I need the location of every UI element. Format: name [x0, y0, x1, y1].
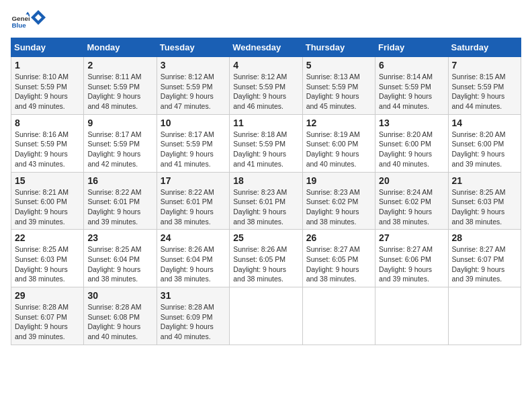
day-info: Sunrise: 8:25 AMSunset: 6:03 PMDaylight:… [452, 188, 506, 226]
calendar-cell: 4 Sunrise: 8:12 AMSunset: 5:59 PMDayligh… [230, 57, 302, 115]
day-info: Sunrise: 8:28 AMSunset: 6:09 PMDaylight:… [161, 303, 214, 340]
day-number: 16 [87, 175, 152, 186]
day-info: Sunrise: 8:23 AMSunset: 6:01 PMDaylight:… [233, 188, 287, 226]
day-number: 20 [379, 175, 444, 186]
weekday-header-monday: Monday [84, 38, 157, 57]
day-number: 10 [161, 118, 226, 128]
day-info: Sunrise: 8:16 AMSunset: 5:59 PMDaylight:… [15, 130, 69, 168]
day-number: 29 [15, 290, 80, 301]
calendar-cell: 1 Sunrise: 8:10 AMSunset: 5:59 PMDayligh… [11, 57, 84, 115]
day-number: 15 [15, 175, 80, 186]
calendar-cell: 6 Sunrise: 8:14 AMSunset: 5:59 PMDayligh… [375, 57, 448, 115]
day-info: Sunrise: 8:11 AMSunset: 5:59 PMDaylight:… [87, 73, 141, 110]
day-number: 3 [161, 60, 226, 71]
day-number: 2 [87, 60, 152, 71]
day-info: Sunrise: 8:14 AMSunset: 5:59 PMDaylight:… [379, 73, 433, 110]
day-info: Sunrise: 8:19 AMSunset: 6:00 PMDaylight:… [306, 130, 360, 168]
day-info: Sunrise: 8:27 AMSunset: 6:05 PMDaylight:… [306, 245, 360, 283]
calendar-cell: 19 Sunrise: 8:23 AMSunset: 6:02 PMDaylig… [302, 172, 375, 230]
day-info: Sunrise: 8:17 AMSunset: 5:59 PMDaylight:… [87, 130, 141, 168]
day-number: 26 [306, 232, 371, 243]
day-number: 21 [452, 175, 517, 186]
day-number: 19 [306, 175, 371, 186]
day-number: 14 [452, 118, 517, 128]
calendar-cell: 15 Sunrise: 8:21 AMSunset: 6:00 PMDaylig… [11, 172, 84, 230]
day-number: 18 [233, 175, 298, 186]
calendar-cell: 9 Sunrise: 8:17 AMSunset: 5:59 PMDayligh… [84, 114, 157, 172]
day-number: 28 [452, 232, 517, 243]
day-info: Sunrise: 8:25 AMSunset: 6:04 PMDaylight:… [87, 245, 141, 283]
svg-marker-2 [26, 11, 30, 14]
calendar-cell: 3 Sunrise: 8:12 AMSunset: 5:59 PMDayligh… [157, 57, 229, 115]
logo-icon: General Blue [11, 11, 30, 30]
weekday-header-tuesday: Tuesday [157, 38, 229, 57]
day-number: 8 [15, 118, 80, 128]
calendar-cell: 22 Sunrise: 8:25 AMSunset: 6:03 PMDaylig… [11, 230, 84, 287]
calendar-cell [375, 287, 448, 345]
day-number: 12 [306, 118, 371, 128]
day-info: Sunrise: 8:20 AMSunset: 6:00 PMDaylight:… [452, 130, 506, 168]
calendar-cell: 27 Sunrise: 8:27 AMSunset: 6:06 PMDaylig… [375, 230, 448, 287]
week-row-1: 1 Sunrise: 8:10 AMSunset: 5:59 PMDayligh… [11, 57, 521, 115]
day-number: 5 [306, 60, 371, 71]
day-info: Sunrise: 8:26 AMSunset: 6:04 PMDaylight:… [161, 245, 214, 283]
day-info: Sunrise: 8:13 AMSunset: 5:59 PMDaylight:… [306, 73, 360, 110]
weekday-header-sunday: Sunday [11, 38, 84, 57]
calendar-cell: 23 Sunrise: 8:25 AMSunset: 6:04 PMDaylig… [84, 230, 157, 287]
calendar-cell: 31 Sunrise: 8:28 AMSunset: 6:09 PMDaylig… [157, 287, 229, 345]
calendar-cell: 26 Sunrise: 8:27 AMSunset: 6:05 PMDaylig… [302, 230, 375, 287]
calendar-cell: 12 Sunrise: 8:19 AMSunset: 6:00 PMDaylig… [302, 114, 375, 172]
calendar-cell: 16 Sunrise: 8:22 AMSunset: 6:01 PMDaylig… [84, 172, 157, 230]
calendar-cell: 29 Sunrise: 8:28 AMSunset: 6:07 PMDaylig… [11, 287, 84, 345]
day-number: 17 [161, 175, 226, 186]
weekday-header-row: SundayMondayTuesdayWednesdayThursdayFrid… [11, 38, 521, 57]
day-info: Sunrise: 8:18 AMSunset: 5:59 PMDaylight:… [233, 130, 287, 168]
calendar-cell: 2 Sunrise: 8:11 AMSunset: 5:59 PMDayligh… [84, 57, 157, 115]
day-number: 7 [452, 60, 517, 71]
calendar-cell [230, 287, 302, 345]
logo-arrow-icon [31, 10, 46, 25]
week-row-5: 29 Sunrise: 8:28 AMSunset: 6:07 PMDaylig… [11, 287, 521, 345]
week-row-2: 8 Sunrise: 8:16 AMSunset: 5:59 PMDayligh… [11, 114, 521, 172]
day-number: 13 [379, 118, 444, 128]
day-info: Sunrise: 8:28 AMSunset: 6:08 PMDaylight:… [87, 303, 141, 340]
day-info: Sunrise: 8:12 AMSunset: 5:59 PMDaylight:… [161, 73, 214, 110]
calendar-table: SundayMondayTuesdayWednesdayThursdayFrid… [11, 38, 521, 345]
day-number: 11 [233, 118, 298, 128]
calendar-cell: 20 Sunrise: 8:24 AMSunset: 6:02 PMDaylig… [375, 172, 448, 230]
weekday-header-saturday: Saturday [448, 38, 521, 57]
day-info: Sunrise: 8:28 AMSunset: 6:07 PMDaylight:… [15, 303, 69, 340]
day-info: Sunrise: 8:21 AMSunset: 6:00 PMDaylight:… [15, 188, 69, 226]
day-info: Sunrise: 8:23 AMSunset: 6:02 PMDaylight:… [306, 188, 360, 226]
calendar-cell: 18 Sunrise: 8:23 AMSunset: 6:01 PMDaylig… [230, 172, 302, 230]
weekday-header-thursday: Thursday [302, 38, 375, 57]
day-info: Sunrise: 8:15 AMSunset: 5:59 PMDaylight:… [452, 73, 506, 110]
calendar-cell: 14 Sunrise: 8:20 AMSunset: 6:00 PMDaylig… [448, 114, 521, 172]
calendar-cell [448, 287, 521, 345]
day-info: Sunrise: 8:25 AMSunset: 6:03 PMDaylight:… [15, 245, 69, 283]
calendar-cell: 30 Sunrise: 8:28 AMSunset: 6:08 PMDaylig… [84, 287, 157, 345]
day-info: Sunrise: 8:24 AMSunset: 6:02 PMDaylight:… [379, 188, 433, 226]
weekday-header-wednesday: Wednesday [230, 38, 302, 57]
calendar-body: 1 Sunrise: 8:10 AMSunset: 5:59 PMDayligh… [11, 57, 521, 345]
logo: General Blue [11, 11, 46, 30]
week-row-3: 15 Sunrise: 8:21 AMSunset: 6:00 PMDaylig… [11, 172, 521, 230]
day-number: 4 [233, 60, 298, 71]
calendar-cell: 7 Sunrise: 8:15 AMSunset: 5:59 PMDayligh… [448, 57, 521, 115]
calendar-cell: 17 Sunrise: 8:22 AMSunset: 6:01 PMDaylig… [157, 172, 229, 230]
day-number: 6 [379, 60, 444, 71]
calendar-cell: 25 Sunrise: 8:26 AMSunset: 6:05 PMDaylig… [230, 230, 302, 287]
day-info: Sunrise: 8:22 AMSunset: 6:01 PMDaylight:… [87, 188, 141, 226]
day-number: 1 [15, 60, 80, 71]
day-number: 23 [87, 232, 152, 243]
day-number: 25 [233, 232, 298, 243]
calendar-cell: 21 Sunrise: 8:25 AMSunset: 6:03 PMDaylig… [448, 172, 521, 230]
day-info: Sunrise: 8:26 AMSunset: 6:05 PMDaylight:… [233, 245, 287, 283]
calendar-cell: 11 Sunrise: 8:18 AMSunset: 5:59 PMDaylig… [230, 114, 302, 172]
calendar-cell: 5 Sunrise: 8:13 AMSunset: 5:59 PMDayligh… [302, 57, 375, 115]
day-number: 30 [87, 290, 152, 301]
day-number: 24 [161, 232, 226, 243]
calendar-cell: 10 Sunrise: 8:17 AMSunset: 5:59 PMDaylig… [157, 114, 229, 172]
day-info: Sunrise: 8:20 AMSunset: 6:00 PMDaylight:… [379, 130, 433, 168]
calendar-cell: 13 Sunrise: 8:20 AMSunset: 6:00 PMDaylig… [375, 114, 448, 172]
